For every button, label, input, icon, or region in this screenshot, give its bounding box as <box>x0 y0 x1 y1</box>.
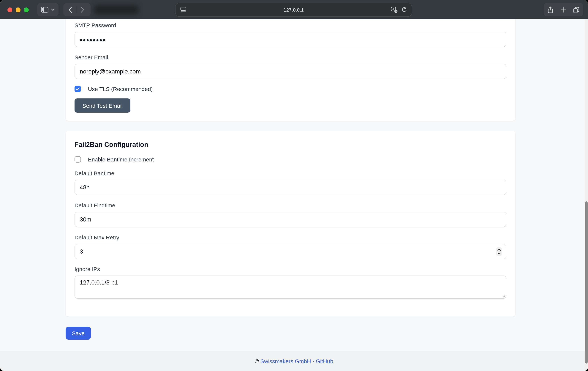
use-tls-row: Use TLS (Recommended) <box>74 86 506 92</box>
company-link[interactable]: Swissmakers GmbH <box>261 358 311 364</box>
page-content: SMTP Password Sender Email Use TLS (Reco… <box>0 19 588 371</box>
tabs-overview-icon[interactable] <box>573 7 580 13</box>
default-bantime-label: Default Bantime <box>74 170 506 177</box>
url-text[interactable]: 127.0.0.1 <box>176 7 412 13</box>
fail2ban-card: Fail2Ban Configuration Enable Bantime In… <box>66 131 515 316</box>
sender-email-label: Sender Email <box>74 54 506 61</box>
stepper-up-icon <box>497 249 501 251</box>
stepper-down-icon <box>497 252 501 254</box>
screen: 127.0.0.1 A ★ <box>0 0 588 371</box>
nav-divider <box>77 6 77 13</box>
close-window-button[interactable] <box>7 7 12 12</box>
settings-form: SMTP Password Sender Email Use TLS (Reco… <box>66 19 515 340</box>
github-link[interactable]: GitHub <box>316 358 333 364</box>
footer-separator: - <box>313 358 314 364</box>
page-footer: © Swissmakers GmbH - GitHub <box>0 351 588 371</box>
navigation-buttons <box>63 3 91 16</box>
number-stepper[interactable] <box>496 247 502 256</box>
back-button[interactable] <box>68 6 72 13</box>
bantime-increment-checkbox[interactable] <box>74 156 81 163</box>
sidebar-toggle-button[interactable] <box>37 3 59 16</box>
resize-grip-icon[interactable] <box>502 294 505 297</box>
save-button[interactable]: Save <box>66 327 91 340</box>
svg-text:A: A <box>392 8 394 11</box>
browser-toolbar: 127.0.0.1 A ★ <box>0 0 588 19</box>
sidebar-icon <box>41 7 48 13</box>
zoom-window-button[interactable] <box>24 7 29 12</box>
default-max-retry-input[interactable] <box>74 244 506 259</box>
reload-icon[interactable] <box>401 7 407 13</box>
default-max-retry-label: Default Max Retry <box>74 234 506 241</box>
scrollbar-thumb[interactable] <box>585 201 588 363</box>
safari-window: 127.0.0.1 A ★ <box>0 0 588 371</box>
smtp-password-label: SMTP Password <box>74 22 506 29</box>
use-tls-label: Use TLS (Recommended) <box>88 86 153 92</box>
address-bar[interactable]: 127.0.0.1 A ★ <box>175 3 412 17</box>
default-bantime-input[interactable] <box>74 180 506 195</box>
smtp-settings-card: SMTP Password Sender Email Use TLS (Reco… <box>66 19 515 121</box>
bantime-increment-label: Enable Bantime Increment <box>88 156 154 163</box>
forward-button[interactable] <box>81 6 84 13</box>
minimize-window-button[interactable] <box>15 7 20 12</box>
sender-email-input[interactable] <box>74 64 506 79</box>
default-findtime-input[interactable] <box>74 212 506 227</box>
new-tab-icon[interactable] <box>560 7 566 12</box>
toolbar-right-group <box>544 3 583 16</box>
smtp-password-input[interactable] <box>74 32 506 47</box>
send-test-email-button[interactable]: Send Test Email <box>74 98 130 113</box>
ignore-ips-textarea[interactable]: 127.0.0.1/8 ::1 <box>74 275 506 299</box>
chevron-down-icon <box>51 9 55 11</box>
use-tls-checkbox[interactable] <box>74 86 81 92</box>
copyright-symbol: © <box>255 358 259 364</box>
scrollbar-track[interactable] <box>585 19 588 371</box>
default-findtime-label: Default Findtime <box>74 202 506 209</box>
ignore-ips-label: Ignore IPs <box>74 266 506 273</box>
bantime-increment-row: Enable Bantime Increment <box>74 156 506 163</box>
redacted-blur <box>94 5 138 14</box>
share-icon[interactable] <box>547 6 553 13</box>
svg-text:★: ★ <box>395 10 397 13</box>
translate-icon[interactable]: A ★ <box>391 7 398 13</box>
fail2ban-title: Fail2Ban Configuration <box>74 141 506 149</box>
